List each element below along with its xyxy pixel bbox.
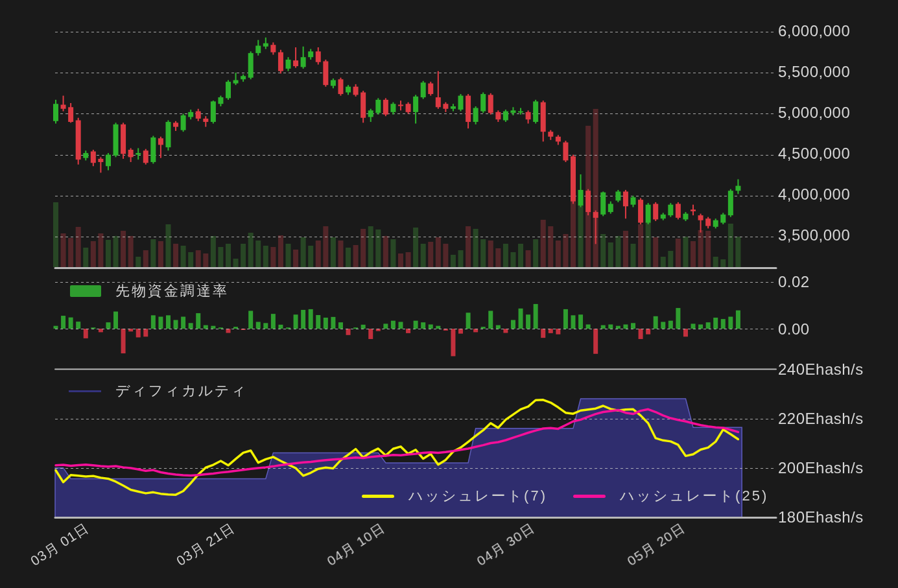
legend-difficulty[interactable]: ディフィカルティ bbox=[69, 381, 248, 401]
price-axis-label: 5,000,000 bbox=[778, 104, 850, 122]
hashrate-axis-label: 220Ehash/s bbox=[778, 410, 864, 428]
legend-hashrate-25-label: ハッシュレート(25) bbox=[620, 486, 768, 506]
price-axis-label: 4,000,000 bbox=[778, 185, 850, 204]
difficulty-swatch bbox=[69, 390, 101, 392]
legend-funding-rate[interactable]: 先物資金調達率 bbox=[70, 281, 229, 301]
legend-difficulty-label: ディフィカルティ bbox=[115, 381, 248, 401]
legend-hashrate-7[interactable]: ハッシュレート(7) bbox=[362, 486, 547, 506]
legend-hashrate-25[interactable]: ハッシュレート(25) bbox=[573, 486, 768, 506]
crypto-chart-page: 6,000,000 5,500,000 5,000,000 4,500,000 … bbox=[0, 0, 898, 588]
hashrate-7-swatch bbox=[362, 495, 394, 498]
funding-rate-swatch bbox=[70, 285, 101, 297]
funding-axis-label: 0.02 bbox=[778, 273, 810, 291]
hashrate-axis-label: 240Ehash/s bbox=[778, 360, 864, 379]
price-axis-label: 3,500,000 bbox=[778, 226, 850, 244]
price-axis-label: 4,500,000 bbox=[778, 145, 850, 163]
legend-hashrate-7-label: ハッシュレート(7) bbox=[408, 486, 547, 506]
hashrate-axis-label: 200Ehash/s bbox=[778, 459, 864, 477]
price-axis-label: 5,500,000 bbox=[778, 63, 850, 81]
hashrate-25-swatch bbox=[573, 495, 606, 498]
funding-axis-label: 0.00 bbox=[778, 320, 810, 338]
price-axis-label: 6,000,000 bbox=[778, 22, 850, 40]
legend-funding-rate-label: 先物資金調達率 bbox=[115, 281, 229, 301]
hashrate-axis-label: 180Ehash/s bbox=[778, 508, 864, 526]
